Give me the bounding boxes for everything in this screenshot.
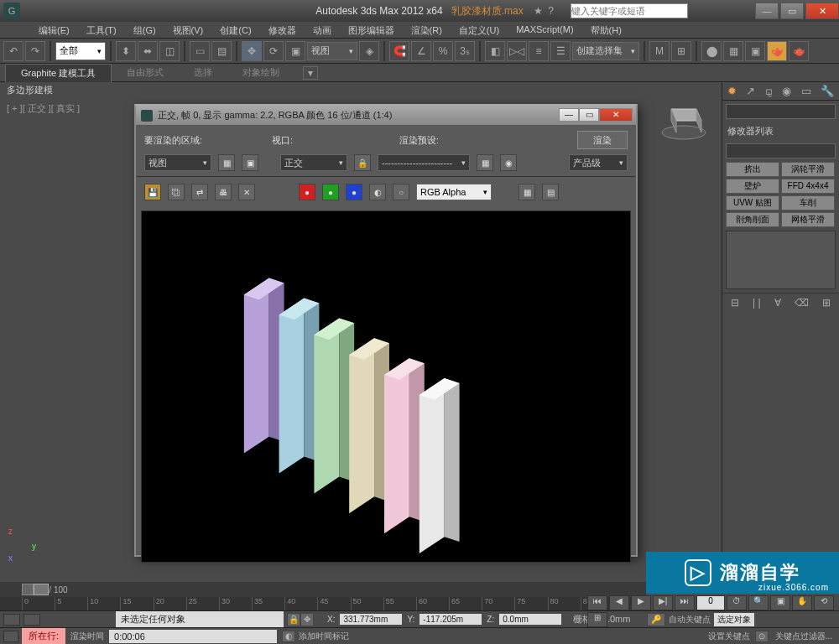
- frame-field[interactable]: 0: [696, 595, 725, 610]
- iso-selection-button[interactable]: ✥: [300, 613, 314, 626]
- tab-hierarchy-icon[interactable]: ⚼: [765, 85, 773, 98]
- material-editor-button[interactable]: ⬤: [701, 41, 722, 61]
- clone-button[interactable]: ⇄: [191, 184, 208, 200]
- tab-modify-icon[interactable]: ↗: [746, 85, 755, 97]
- scale-button[interactable]: ▣: [285, 41, 305, 61]
- schematic-button[interactable]: ⊞: [671, 41, 691, 61]
- goto-start-button[interactable]: ⏮: [587, 595, 607, 610]
- viewport-area[interactable]: [ + ][ 正交 ][ 真实 ] zyx 正交, 帧 0, 显示 gamma:…: [0, 99, 722, 582]
- render-crop-button[interactable]: ▣: [242, 154, 258, 171]
- mod-shell[interactable]: 壁炉: [726, 179, 779, 194]
- modifier-stack[interactable]: [726, 231, 836, 289]
- menu-modifiers[interactable]: 修改器: [260, 22, 305, 38]
- selection-set-dropdown[interactable]: 全部: [55, 42, 106, 60]
- show-end-icon[interactable]: | |: [753, 297, 761, 309]
- macro-recorder[interactable]: 所在行:: [22, 628, 65, 644]
- setkey-button[interactable]: ⊙: [755, 631, 769, 642]
- render-region-button[interactable]: ▦: [218, 154, 235, 171]
- menu-help[interactable]: 帮助(H): [582, 22, 630, 38]
- rotate-button[interactable]: ⟳: [263, 41, 284, 61]
- pan-button[interactable]: ✋: [792, 595, 812, 610]
- render-window-title[interactable]: 正交, 帧 0, 显示 gamma: 2.2, RGBA 颜色 16 位/通道 …: [136, 106, 636, 126]
- snap-toggle[interactable]: 🧲: [389, 41, 409, 61]
- coord-y[interactable]: -117.205m: [420, 614, 482, 625]
- preset-load-button[interactable]: ▦: [477, 154, 493, 171]
- render-max-button[interactable]: ▭: [579, 108, 599, 122]
- menu-rendering[interactable]: 渲染(R): [403, 22, 451, 38]
- add-time-marker[interactable]: 添加时间标记: [299, 631, 349, 642]
- ribbon-tab-paint[interactable]: 对象绘制: [227, 64, 294, 81]
- status-icon2[interactable]: [23, 614, 40, 626]
- tab-utilities-icon[interactable]: 🔧: [821, 85, 834, 97]
- menu-create[interactable]: 创建(C): [211, 22, 259, 38]
- link-button[interactable]: ⬍: [116, 41, 136, 61]
- render-area-dropdown[interactable]: 视图: [144, 154, 211, 171]
- percent-snap[interactable]: %: [433, 41, 453, 61]
- align-button[interactable]: ≡: [529, 41, 549, 61]
- search-input[interactable]: [571, 3, 688, 18]
- layer-button[interactable]: ☰: [550, 41, 571, 61]
- zoom-button[interactable]: 🔍: [748, 595, 769, 610]
- ribbon-tab-selection[interactable]: 选择: [179, 64, 227, 81]
- menu-views[interactable]: 视图(V): [164, 22, 212, 38]
- refcoord-dropdown[interactable]: 视图: [307, 42, 357, 60]
- timeline-ruler[interactable]: 051015202530354045505560657075808590: [0, 597, 646, 610]
- menu-animation[interactable]: 动画: [305, 22, 340, 38]
- restore-button[interactable]: ▭: [780, 3, 804, 19]
- quick-render-button[interactable]: 🫖: [789, 41, 809, 61]
- mod-meshsmooth[interactable]: 网格平滑: [781, 212, 835, 227]
- named-selset-dropdown[interactable]: 创建选择集: [572, 42, 639, 60]
- select-name-button[interactable]: ▤: [211, 41, 232, 61]
- mod-uvw[interactable]: UVW 贴图: [726, 195, 779, 210]
- close-button[interactable]: ✕: [805, 3, 839, 19]
- render-min-button[interactable]: —: [559, 108, 579, 122]
- render-output-dropdown[interactable]: 产品级: [569, 154, 628, 171]
- spinner-snap[interactable]: 3₅: [455, 41, 475, 61]
- time-tag-button[interactable]: ◐: [282, 631, 295, 642]
- unlink-button[interactable]: ⬌: [138, 41, 158, 61]
- menu-customize[interactable]: 自定义(U): [451, 22, 508, 38]
- axis-gizmo[interactable]: zyx: [8, 527, 42, 560]
- max-toggle-button[interactable]: ⊞: [587, 612, 607, 627]
- mirror-button[interactable]: ▷◁: [507, 41, 527, 61]
- time-slider-handle[interactable]: [34, 584, 49, 595]
- copy-button[interactable]: ⿻: [168, 184, 185, 200]
- mod-lathe[interactable]: 车削: [781, 195, 835, 210]
- angle-snap[interactable]: ∠: [411, 41, 431, 61]
- play-button[interactable]: ▶: [631, 595, 651, 610]
- render-close-button[interactable]: ✕: [599, 108, 633, 122]
- channel-dropdown[interactable]: RGB Alpha: [416, 184, 492, 200]
- tab-motion-icon[interactable]: ◉: [782, 85, 791, 97]
- tab-display-icon[interactable]: ▭: [801, 85, 811, 97]
- select-button[interactable]: ▭: [190, 41, 210, 61]
- timeline-slider[interactable]: 0 / 100: [0, 582, 646, 597]
- pin-stack-icon[interactable]: ⊟: [731, 297, 739, 309]
- mod-chamfer[interactable]: 剖角削面: [726, 212, 779, 227]
- print-button[interactable]: 🖶: [215, 184, 232, 200]
- minimize-button[interactable]: —: [755, 3, 779, 19]
- channel-blue-button[interactable]: ●: [346, 184, 362, 200]
- make-unique-icon[interactable]: ∀: [774, 297, 781, 309]
- redo-button[interactable]: ↷: [25, 41, 45, 61]
- render-frame-button[interactable]: ▣: [745, 41, 765, 61]
- menu-group[interactable]: 组(G): [125, 22, 164, 38]
- modifier-list-dropdown[interactable]: [726, 143, 836, 158]
- prev-frame-button[interactable]: ◀: [609, 595, 629, 610]
- named-sel-button[interactable]: ◧: [485, 41, 505, 61]
- tab-create-icon[interactable]: ✹: [727, 85, 737, 97]
- render-go-button[interactable]: 渲染: [577, 131, 628, 149]
- object-name-field[interactable]: [726, 104, 836, 119]
- mod-turbosmooth[interactable]: 涡轮平滑: [781, 162, 835, 177]
- overlay-button1[interactable]: ▦: [519, 184, 535, 200]
- bind-button[interactable]: ◫: [159, 41, 180, 61]
- mod-ffd[interactable]: FFD 4x4x4: [781, 179, 835, 194]
- render-output-viewport[interactable]: [141, 210, 631, 563]
- coord-z[interactable]: 0.0mm: [499, 614, 561, 625]
- clear-button[interactable]: ✕: [238, 184, 255, 200]
- channel-alpha-button[interactable]: ◐: [369, 184, 386, 200]
- viewcube[interactable]: [654, 92, 713, 151]
- star-icon[interactable]: ★: [534, 5, 543, 17]
- goto-end-button[interactable]: ⏭: [675, 595, 695, 610]
- undo-button[interactable]: ↶: [3, 41, 23, 61]
- time-config-button[interactable]: ⏱: [727, 595, 747, 610]
